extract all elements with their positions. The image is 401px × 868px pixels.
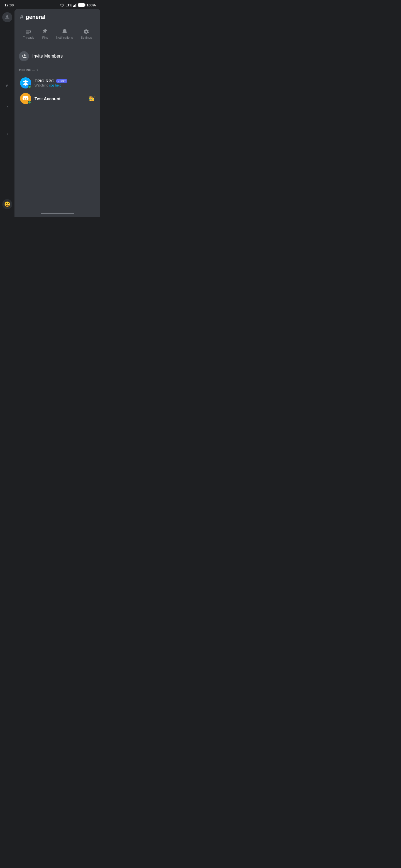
toolbar-notifications[interactable]: Notifications bbox=[53, 28, 76, 40]
svg-point-6 bbox=[6, 15, 8, 18]
toolbar-threads-label: Threads bbox=[23, 36, 34, 39]
wifi-icon bbox=[60, 3, 64, 7]
toolbar-notifications-label: Notifications bbox=[56, 36, 73, 39]
threads-icon bbox=[25, 29, 31, 35]
battery-icon bbox=[78, 3, 85, 7]
sidebar-avatar[interactable] bbox=[2, 12, 12, 22]
svg-rect-0 bbox=[73, 6, 74, 7]
svg-rect-2 bbox=[76, 4, 76, 7]
crown-icon: 👑 bbox=[89, 95, 95, 101]
epic-rpg-status: Watching rpg help bbox=[34, 84, 95, 87]
lte-label: LTE bbox=[65, 3, 72, 7]
svg-rect-5 bbox=[85, 4, 85, 6]
app-container: re, › › 😄 # general bbox=[0, 9, 100, 217]
toolbar-settings-label: Settings bbox=[81, 36, 92, 39]
test-account-name-row: Test Account bbox=[34, 96, 85, 101]
toolbar-pins[interactable]: Pins bbox=[39, 28, 52, 40]
main-panel: # general Threads Pins bbox=[15, 9, 100, 217]
sidebar-partial-text: re, bbox=[5, 84, 9, 87]
status-icons: LTE 100% bbox=[60, 3, 96, 7]
channel-name: general bbox=[26, 14, 46, 20]
epic-rpg-name: EPIC RPG bbox=[34, 79, 55, 83]
member-item-epic-rpg[interactable]: EPIC RPG ✓ BOT Watching rpg help bbox=[19, 75, 96, 91]
toolbar: Threads Pins Notifications bbox=[15, 24, 100, 44]
test-account-name: Test Account bbox=[34, 96, 60, 101]
epic-rpg-online-dot bbox=[28, 85, 31, 89]
toolbar-threads[interactable]: Threads bbox=[20, 28, 37, 40]
toolbar-settings[interactable]: Settings bbox=[78, 28, 95, 40]
sidebar: re, › › 😄 bbox=[0, 9, 15, 217]
svg-rect-1 bbox=[74, 5, 75, 7]
bot-badge: ✓ BOT bbox=[56, 79, 67, 83]
status-bar: 12:00 LTE 100% bbox=[0, 0, 100, 9]
notifications-icon bbox=[61, 29, 68, 35]
battery-label: 100% bbox=[87, 3, 96, 7]
invite-icon bbox=[19, 51, 29, 61]
channel-title: # general bbox=[20, 13, 95, 21]
epic-rpg-info: EPIC RPG ✓ BOT Watching rpg help bbox=[34, 79, 95, 87]
home-bar bbox=[41, 213, 74, 214]
member-item-test-account[interactable]: Test Account 👑 bbox=[19, 91, 96, 106]
svg-rect-3 bbox=[77, 3, 77, 7]
toolbar-pins-label: Pins bbox=[42, 36, 48, 39]
test-account-online-dot bbox=[28, 101, 31, 104]
test-account-info: Test Account bbox=[34, 96, 85, 101]
channel-header: # general bbox=[15, 9, 100, 24]
home-indicator bbox=[15, 210, 100, 217]
epic-rpg-avatar-wrapper bbox=[20, 78, 31, 89]
hash-icon: # bbox=[20, 13, 23, 21]
test-account-avatar-wrapper bbox=[20, 93, 31, 104]
pins-icon bbox=[42, 29, 48, 35]
settings-icon bbox=[83, 29, 89, 35]
epic-rpg-status-highlight: rpg help bbox=[49, 84, 61, 87]
epic-rpg-name-row: EPIC RPG ✓ BOT bbox=[34, 79, 95, 83]
svg-rect-4 bbox=[78, 4, 84, 7]
members-section: Invite Members ONLINE — 2 bbox=[15, 44, 100, 210]
online-header: ONLINE — 2 bbox=[19, 66, 96, 74]
signal-icon bbox=[73, 3, 77, 7]
sidebar-arrows: › › bbox=[6, 104, 8, 136]
status-time: 12:00 bbox=[4, 3, 13, 7]
invite-members-label: Invite Members bbox=[32, 54, 63, 59]
invite-members-row[interactable]: Invite Members bbox=[19, 49, 96, 64]
sidebar-emoji-button[interactable]: 😄 bbox=[2, 199, 12, 209]
